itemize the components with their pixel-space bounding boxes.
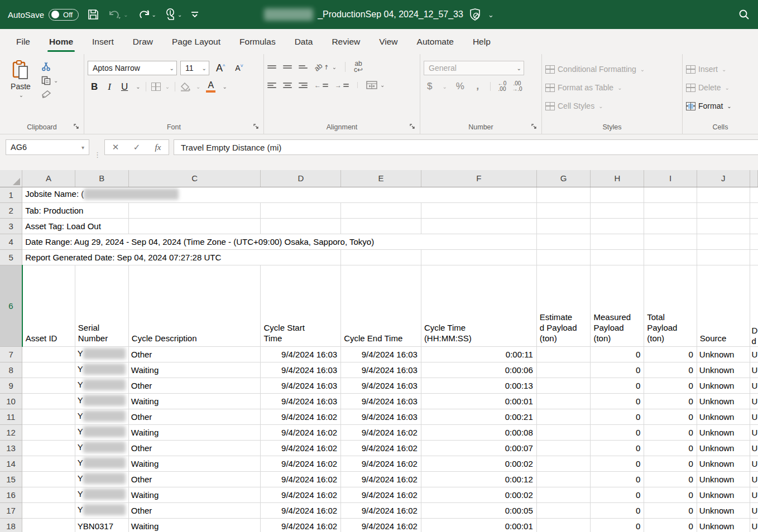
cell-D16[interactable]: 9/4/2024 16:02 [261,487,341,502]
cell-J18[interactable]: Unknown [697,518,750,532]
cell-J10[interactable]: Unknown [697,393,750,409]
cell-F2[interactable] [421,202,536,218]
cell-H5[interactable] [591,249,644,265]
align-top-button[interactable] [267,65,276,69]
cell-F8[interactable]: 0:00:06 [421,362,536,378]
cell-A11[interactable] [22,409,75,424]
row-header-14[interactable]: 14 [0,456,22,471]
cell-I16[interactable]: 0 [644,487,697,502]
cell-J7[interactable]: Unknown [697,346,750,362]
cell-A3[interactable]: Asset Tag: Load Out [22,218,129,234]
cell-A5[interactable]: Report Generated Date: Sep 04, 2024 07:2… [22,249,341,265]
alignment-dialog-launcher[interactable] [409,123,415,131]
cell-partial-14[interactable]: U [750,456,757,471]
cell-C13[interactable]: Other [128,440,261,456]
cell-J11[interactable]: Unknown [697,409,750,424]
row-header-16[interactable]: 16 [0,487,22,502]
cell-E17[interactable]: 9/4/2024 16:02 [341,502,421,518]
column-header-G[interactable]: G [536,170,591,187]
cell-B18[interactable]: YBN0317 [75,518,128,532]
cell-B14[interactable]: Y [75,456,128,471]
cell-G9[interactable] [536,378,591,393]
cell-A18[interactable] [22,518,75,532]
cell-F12[interactable]: 0:00:08 [421,424,536,440]
cell-I6[interactable]: Total Payload (ton) [644,265,697,346]
cell-E2[interactable] [341,202,421,218]
cell-B8[interactable]: Y [75,362,128,378]
row-header-6[interactable]: 6 [0,265,22,346]
row-header-1[interactable]: 1 [0,187,22,202]
orientation-dropdown-chevron[interactable]: ⌄ [332,64,337,70]
italic-button[interactable]: I [104,81,114,93]
enter-button[interactable]: ✓ [126,142,147,152]
cell-H7[interactable]: 0 [591,346,644,362]
cell-H4[interactable] [591,234,644,249]
cell-partial-8[interactable]: U [750,362,757,378]
cell-I15[interactable]: 0 [644,471,697,487]
cell-A15[interactable] [22,471,75,487]
decrease-font-button[interactable]: A˅ [232,64,247,72]
cell-partial-1[interactable] [750,187,757,202]
cell-D2[interactable] [261,202,341,218]
cell-C11[interactable]: Other [128,409,261,424]
tab-draw[interactable]: Draw [124,29,161,54]
cell-B11[interactable]: Y [75,409,128,424]
cell-D7[interactable]: 9/4/2024 16:03 [261,346,341,362]
format-painter-button[interactable] [41,90,58,99]
cell-E9[interactable]: 9/4/2024 16:03 [341,378,421,393]
touch-mode-button[interactable]: ⌄ [164,8,182,21]
cell-A7[interactable] [22,346,75,362]
format-cells-button[interactable]: Format⌄ [686,99,732,113]
copy-button[interactable]: ⌄ [41,76,58,85]
cell-partial-6[interactable]: D d [750,265,757,346]
cell-J1[interactable] [697,187,750,202]
align-left-button[interactable] [267,83,276,88]
underline-button[interactable]: U [118,81,131,93]
cell-D10[interactable]: 9/4/2024 16:03 [261,393,341,409]
row-header-13[interactable]: 13 [0,440,22,456]
redo-button[interactable]: ⌄ [136,8,156,21]
copy-dropdown-chevron[interactable]: ⌄ [54,78,58,84]
font-color-button[interactable]: A [204,81,218,93]
cell-F14[interactable]: 0:00:02 [421,456,536,471]
touch-mode-dropdown-chevron[interactable]: ⌄ [177,12,182,18]
cell-I8[interactable]: 0 [644,362,697,378]
cell-D14[interactable]: 9/4/2024 16:02 [261,456,341,471]
cell-C10[interactable]: Waiting [128,393,261,409]
row-header-2[interactable]: 2 [0,202,22,218]
paste-button[interactable]: Paste ⌄ [3,57,38,98]
cell-I13[interactable]: 0 [644,440,697,456]
cell-J12[interactable]: Unknown [697,424,750,440]
cell-J3[interactable] [697,218,750,234]
cell-partial-17[interactable]: U [750,502,757,518]
row-header-7[interactable]: 7 [0,346,22,362]
font-size-chevron[interactable]: ⌄ [199,65,207,71]
font-size-combo[interactable]: 11 ⌄ [180,61,209,75]
cell-C2[interactable] [128,202,261,218]
sensitivity-shield-icon[interactable] [468,7,482,22]
column-header-H[interactable]: H [591,170,644,187]
tab-review[interactable]: Review [323,29,368,54]
formula-input[interactable]: Travel Empty Distance (mi) [174,139,758,155]
cell-F16[interactable]: 0:00:02 [421,487,536,502]
cell-partial-2[interactable] [750,202,757,218]
cell-A6[interactable]: Asset ID [22,265,75,346]
cell-H2[interactable] [591,202,644,218]
cell-J4[interactable] [697,234,750,249]
tab-help[interactable]: Help [464,29,499,54]
save-button[interactable] [87,8,100,21]
tab-formulas[interactable]: Formulas [231,29,284,54]
percent-button[interactable]: % [453,81,468,92]
cell-F9[interactable]: 0:00:13 [421,378,536,393]
cell-H1[interactable] [591,187,644,202]
column-header-E[interactable]: E [341,170,421,187]
cell-H12[interactable]: 0 [591,424,644,440]
cell-partial-3[interactable] [750,218,757,234]
cell-C7[interactable]: Other [128,346,261,362]
cell-partial-16[interactable]: U [750,487,757,502]
merge-center-button[interactable]: ⌄ [366,81,385,89]
cell-I1[interactable] [644,187,697,202]
cut-button[interactable] [41,62,58,71]
cell-D3[interactable] [261,218,341,234]
cell-D8[interactable]: 9/4/2024 16:03 [261,362,341,378]
